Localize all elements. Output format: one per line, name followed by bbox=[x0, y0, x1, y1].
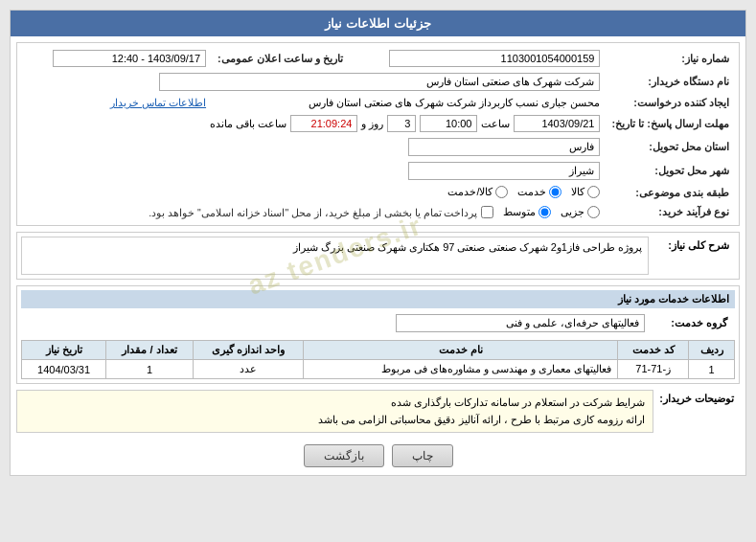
radio-kala-input[interactable] bbox=[587, 186, 600, 198]
radio-kala-khedmat[interactable]: کالا/خدمت bbox=[447, 186, 508, 198]
date-label: تاریخ و ساعت اعلان عمومی: bbox=[212, 47, 349, 70]
col-qty: تعداد / مقدار bbox=[106, 341, 194, 360]
deadline-remaining-label: ساعت باقی مانده bbox=[210, 118, 286, 130]
radio-khedmat[interactable]: خدمت bbox=[517, 186, 561, 198]
back-button[interactable]: بازگشت bbox=[304, 444, 384, 467]
print-button[interactable]: چاپ bbox=[392, 444, 453, 467]
services-table-header: ردیف کد خدمت نام خدمت واحد اندازه گیری ت… bbox=[22, 341, 735, 360]
province-label: استان محل تحویل: bbox=[606, 135, 735, 159]
services-table: ردیف کد خدمت نام خدمت واحد اندازه گیری ت… bbox=[21, 340, 735, 379]
radio-motevaset[interactable]: متوسط bbox=[503, 206, 551, 218]
row-buyer: نام دستگاه خریدار: شرکت شهرک های صنعتی ا… bbox=[21, 70, 735, 94]
deadline-remaining: 21:09:24 bbox=[290, 115, 357, 132]
city-label: شهر محل تحویل: bbox=[606, 159, 735, 183]
category-radio-group: کالا خدمت کالا/خدمت bbox=[447, 186, 600, 198]
info-table: شماره نیاز: 1103001054000159 تاریخ و ساع… bbox=[21, 47, 735, 221]
radio-kala-khedmat-label: کالا/خدمت bbox=[447, 186, 493, 198]
service-group-label: گروه خدمت: bbox=[647, 314, 733, 332]
summary-section: شرح کلی نیاز: پروژه طراحی فاز1و2 شهرک صن… bbox=[16, 232, 740, 280]
main-container: جزئیات اطلاعات نیاز شماره نیاز: 11030010… bbox=[10, 10, 746, 476]
radio-kala-label: کالا bbox=[571, 186, 584, 198]
request-number-value: 1103001054000159 bbox=[389, 50, 600, 67]
buyer-label: نام دستگاه خریدار: bbox=[606, 70, 735, 94]
row-creator: ایجاد کننده درخواست: محسن جباری نسب کارب… bbox=[21, 94, 735, 112]
col-code: کد خدمت bbox=[618, 341, 689, 360]
contact-link[interactable]: اطلاعات تماس خریدار bbox=[110, 97, 206, 108]
row-city: شهر محل تحویل: شیراز bbox=[21, 159, 735, 183]
notes-section: توضیحات خریدار: شرایط شرکت در استعلام در… bbox=[16, 390, 740, 433]
deadline-time: 10:00 bbox=[420, 115, 477, 132]
col-unit: واحد اندازه گیری bbox=[193, 341, 303, 360]
date-value: 1403/09/17 - 12:40 bbox=[53, 50, 206, 67]
row-deadline: مهلت ارسال پاسخ: تا تاریخ: 1403/09/21 سا… bbox=[21, 112, 735, 135]
row-process: نوع فرآیند خرید: جزیی متوسط bbox=[21, 203, 735, 221]
note-line: شرایط شرکت در استعلام در سامانه تدارکات … bbox=[25, 395, 645, 412]
col-date: تاریخ نیاز bbox=[22, 341, 106, 360]
radio-jozi-label: جزیی bbox=[561, 206, 584, 218]
deadline-date: 1403/09/21 bbox=[514, 115, 600, 132]
radio-kala[interactable]: کالا bbox=[571, 186, 600, 198]
radio-kala-khedmat-input[interactable] bbox=[495, 186, 508, 198]
notes-label: توضیحات خریدار: bbox=[653, 390, 740, 433]
process-checkbox[interactable] bbox=[481, 206, 493, 218]
deadline-label: مهلت ارسال پاسخ: تا تاریخ: bbox=[606, 112, 735, 135]
info-section: شماره نیاز: 1103001054000159 تاریخ و ساع… bbox=[16, 42, 740, 226]
category-label: طبقه بندی موضوعی: bbox=[606, 183, 735, 203]
row-category: طبقه بندی موضوعی: کالا خدمت bbox=[21, 183, 735, 203]
radio-khedmat-label: خدمت bbox=[517, 186, 546, 198]
radio-jozi-input[interactable] bbox=[587, 206, 600, 218]
request-number-label: شماره نیاز: bbox=[606, 47, 735, 70]
radio-khedmat-input[interactable] bbox=[549, 186, 561, 198]
service-group-value: فعالیتهای حرفه‌ای، علمی و فنی bbox=[396, 314, 645, 332]
creator-label: ایجاد کننده درخواست: bbox=[606, 94, 735, 112]
process-note: پرداخت تمام یا بخشی از مبلغ خرید، از محل… bbox=[149, 207, 477, 218]
page-header: جزئیات اطلاعات نیاز bbox=[11, 11, 745, 36]
creator-value: محسن جباری نسب کاربرداز شرکت شهرک های صن… bbox=[309, 97, 601, 108]
deadline-row: 1403/09/21 ساعت 10:00 3 روز و 21:09:24 س… bbox=[27, 115, 600, 132]
radio-motevaset-label: متوسط bbox=[503, 206, 536, 218]
table-row: 1 ز-71-71 فعالیتهای معماری و مهندسی و مش… bbox=[22, 360, 735, 379]
note-line: ارائه رزومه کاری مرتبط با طرح ، ارائه آن… bbox=[25, 412, 645, 429]
row-province: استان محل تحویل: فارس bbox=[21, 135, 735, 159]
row-request-number: شماره نیاز: 1103001054000159 تاریخ و ساع… bbox=[21, 47, 735, 70]
summary-content: پروژه طراحی فاز1و2 شهرک صنعتی صنعتی 97 ه… bbox=[28, 241, 642, 254]
notes-content: شرایط شرکت در استعلام در سامانه تدارکات … bbox=[16, 390, 653, 433]
deadline-days-label: روز و bbox=[361, 118, 383, 130]
bottom-buttons: چاپ بازگشت bbox=[11, 437, 745, 475]
services-section: اطلاعات خدمات مورد نیاز گروه خدمت: فعالی… bbox=[16, 285, 740, 384]
buyer-value: شرکت شهرک های صنعتی استان فارس bbox=[159, 73, 600, 91]
radio-motevaset-input[interactable] bbox=[538, 206, 551, 218]
col-name: نام خدمت bbox=[304, 341, 618, 360]
province-value: فارس bbox=[408, 138, 600, 156]
city-value: شیراز bbox=[408, 162, 600, 180]
summary-label: شرح کلی نیاز: bbox=[649, 237, 735, 275]
col-row: ردیف bbox=[689, 341, 735, 360]
summary-content-area: پروژه طراحی فاز1و2 شهرک صنعتی صنعتی 97 ه… bbox=[21, 237, 649, 275]
radio-jozi[interactable]: جزیی bbox=[561, 206, 600, 218]
deadline-days: 3 bbox=[387, 115, 416, 132]
process-label: نوع فرآیند خرید: bbox=[606, 203, 735, 221]
services-section-title: اطلاعات خدمات مورد نیاز bbox=[21, 290, 735, 308]
page-title: جزئیات اطلاعات نیاز bbox=[325, 16, 430, 31]
